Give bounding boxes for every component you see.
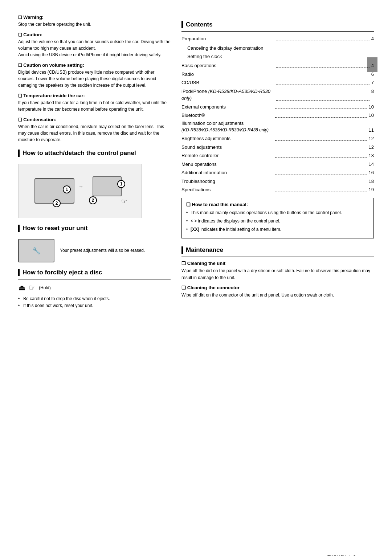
contents-external-page: 10 xyxy=(369,103,374,111)
badge-1-right: 1 xyxy=(117,180,125,188)
caution-volume-title: Caution on volume setting: xyxy=(18,62,171,68)
eject-diagram: ⏏ ☞ (Hold) xyxy=(18,283,171,293)
caution-text: Adjust the volume so that you can hear s… xyxy=(18,38,171,58)
contents-menu-page: 14 xyxy=(369,161,374,168)
how-to-read-bullet-3: [XX] indicates the initial setting of a … xyxy=(186,226,369,233)
left-panel-device: 2 1 → xyxy=(34,175,82,207)
temperature-block: Temperature inside the car: If you have … xyxy=(18,93,171,113)
reset-device-illustration: 🔧 xyxy=(18,239,54,262)
footer: ENGLISH | 3 xyxy=(327,555,356,556)
page-layout: Warning: Stop the car before operating t… xyxy=(18,15,374,309)
dashed-divider xyxy=(74,178,74,204)
contents-ipod-dots xyxy=(276,88,369,101)
contents-specifications: Specifications 19 xyxy=(181,186,374,193)
contents-remote-dots xyxy=(275,152,367,158)
contents-specifications-label: Specifications xyxy=(181,186,274,193)
contents-remote: Remote controller 13 xyxy=(181,152,374,159)
how-to-read-bullet-1: This manual mainly explains operations u… xyxy=(186,209,369,216)
contents-illumination-sub: (KD-R538/KD-A535/KD-R530/KD-R438 only) 1… xyxy=(181,127,374,134)
contents-illumination-label: Illumination color adjustments xyxy=(181,120,244,126)
badge-2-right: 2 xyxy=(89,196,97,204)
condensation-block: Condensation: When the car is air-condit… xyxy=(18,117,171,143)
caution-volume-block: Caution on volume setting: Digital devic… xyxy=(18,62,171,89)
cleaning-unit-title: Cleaning the unit xyxy=(181,261,374,266)
attach-detach-section: How to attach/detach the control panel 2… xyxy=(18,150,171,218)
badge-1-left: 1 xyxy=(63,185,71,193)
contents-sub-canceling: Canceling the display demonstration xyxy=(181,44,374,52)
contents-ipod-label: iPod/iPhone (KD-R538/KD-A535/KD-R530 onl… xyxy=(181,88,275,102)
how-to-read-bullet-2: < > indicates the displays on the contro… xyxy=(186,218,369,224)
caution-block: Caution: Adjust the volume so that you c… xyxy=(18,32,171,58)
contents-additional: Additional information 16 xyxy=(181,169,374,176)
contents-bluetooth-dots xyxy=(275,112,367,118)
contents-cdusb: CD/USB 7 xyxy=(181,79,374,86)
reset-diagram: 🔧 Your preset adjustments will also be e… xyxy=(18,239,171,262)
how-to-read-bullets: This manual mainly explains operations u… xyxy=(186,209,369,233)
contents-illumination-dots xyxy=(275,127,367,132)
eject-bullet-2: If this does not work, reset your unit. xyxy=(18,302,171,309)
how-to-read-title: How to read this manual: xyxy=(186,202,369,207)
maintenance-title: Maintenance xyxy=(181,246,374,254)
page-wrapper: Warning: Stop the car before operating t… xyxy=(18,15,374,556)
contents-additional-label: Additional information xyxy=(181,169,274,176)
contents-external: External components 10 xyxy=(181,103,374,111)
contents-divider xyxy=(181,31,374,32)
footer-page: 3 xyxy=(353,555,356,556)
contents-basic-ops-dots xyxy=(276,62,369,68)
right-panel-device: 2 1 ☞ xyxy=(89,176,125,205)
contents-ipod: iPod/iPhone (KD-R538/KD-A535/KD-R530 onl… xyxy=(181,88,374,102)
eject-title: How to forcibly eject a disc xyxy=(18,269,171,276)
contents-section: Contents Preparation 4 Canceling the dis… xyxy=(181,21,374,193)
left-column: Warning: Stop the car before operating t… xyxy=(18,15,171,309)
footer-divider: | xyxy=(349,555,350,556)
contents-troubleshooting-label: Troubleshooting xyxy=(181,178,274,185)
contents-title: Contents xyxy=(181,21,374,28)
reset-tool-icon: 🔧 xyxy=(32,247,40,255)
attach-detach-divider xyxy=(18,160,171,160)
contents-cdusb-dots xyxy=(276,79,369,85)
contents-sound-dots xyxy=(275,144,367,150)
contents-ipod-page: 8 xyxy=(371,88,374,102)
warning-block: Warning: Stop the car before operating t… xyxy=(18,15,171,28)
contents-cdusb-page: 7 xyxy=(371,79,374,86)
contents-menu: Menu operations 14 xyxy=(181,161,374,168)
contents-troubleshooting-page: 18 xyxy=(369,178,374,185)
contents-troubleshooting: Troubleshooting 18 xyxy=(181,178,374,185)
hand-icon: ☞ xyxy=(121,197,127,205)
contents-brightness: Brightness adjustments 12 xyxy=(181,135,374,142)
eject-divider xyxy=(18,279,171,279)
caution-title: Caution: xyxy=(18,32,171,37)
contents-basic-ops-page: 4 xyxy=(371,62,374,69)
eject-bullets: Be careful not to drop the disc when it … xyxy=(18,295,171,309)
contents-specifications-page: 19 xyxy=(369,186,374,193)
temperature-text: If you have parked the car for a long ti… xyxy=(18,99,171,113)
contents-additional-dots xyxy=(275,169,367,175)
contents-external-label: External components xyxy=(181,103,274,111)
reset-title: How to reset your unit xyxy=(18,225,171,232)
contents-brightness-label: Brightness adjustments xyxy=(181,135,274,142)
contents-radio-label: Radio xyxy=(181,71,275,78)
cleaning-unit-text: Wipe off the dirt on the panel with a dr… xyxy=(181,267,374,281)
reset-text: Your preset adjustments will also be era… xyxy=(60,247,145,254)
contents-remote-label: Remote controller xyxy=(181,152,274,159)
maintenance-section: Maintenance Cleaning the unit Wipe off t… xyxy=(181,246,374,299)
contents-illumination-page: 11 xyxy=(369,127,374,134)
right-column: Contents Preparation 4 Canceling the dis… xyxy=(181,15,374,309)
contents-radio: Radio 6 xyxy=(181,71,374,78)
cleaning-connector-title: Cleaning the connector xyxy=(181,285,374,290)
contents-radio-dots xyxy=(276,71,369,77)
contents-illumination-sub-label: (KD-R538/KD-A535/KD-R530/KD-R438 only) xyxy=(181,127,274,134)
contents-sub-clock: Setting the clock xyxy=(181,52,374,61)
cleaning-connector-text: Wipe off dirt on the connector of the un… xyxy=(181,292,374,299)
eject-hold-label: (Hold) xyxy=(39,285,51,291)
contents-troubleshooting-dots xyxy=(275,178,367,184)
warning-title: Warning: xyxy=(18,15,171,20)
how-to-read-box: How to read this manual: This manual mai… xyxy=(181,198,374,238)
contents-preparation-label: Preparation xyxy=(181,35,275,42)
temperature-title: Temperature inside the car: xyxy=(18,93,171,98)
contents-basic-ops: Basic operations 4 xyxy=(181,62,374,69)
contents-illumination: Illumination color adjustments xyxy=(181,120,374,126)
contents-preparation: Preparation 4 xyxy=(181,35,374,42)
contents-sound-page: 12 xyxy=(369,144,374,151)
reset-divider xyxy=(18,235,171,235)
